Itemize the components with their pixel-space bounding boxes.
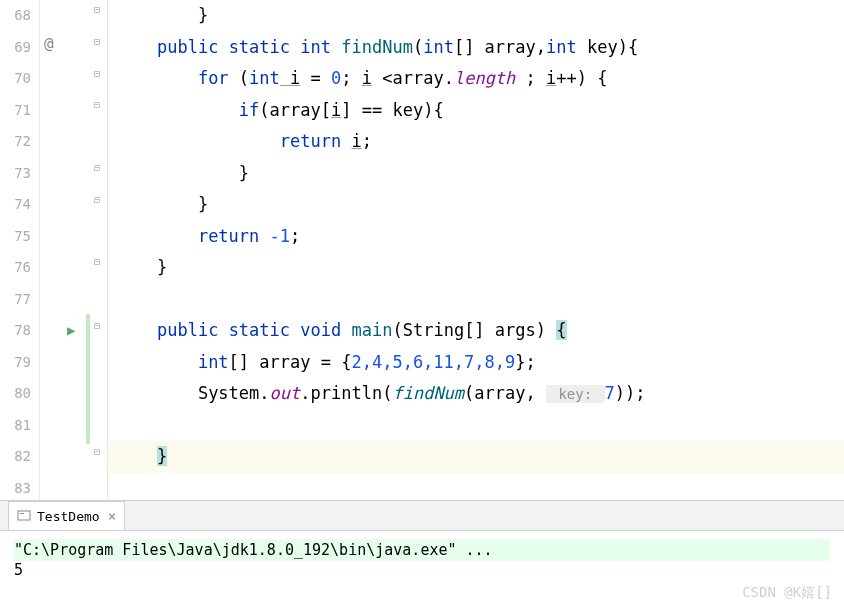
console-tab-testdemo[interactable]: TestDemo × (8, 501, 125, 530)
code-line[interactable]: } (108, 252, 844, 284)
code-line[interactable]: int[] array = {2,4,5,6,11,7,8,9}; (108, 347, 844, 379)
fold-marker-icon[interactable]: ⊟ (94, 68, 100, 79)
svg-rect-1 (20, 513, 24, 514)
code-line[interactable]: } (108, 0, 844, 32)
code-line[interactable]: public static int findNum(int[] array,in… (108, 32, 844, 64)
svg-rect-0 (18, 511, 30, 520)
vcs-change-marker (86, 314, 90, 444)
code-content[interactable]: } public static int findNum(int[] array,… (108, 0, 844, 500)
fold-column: ⊟ ⊟ ⊟ ⊟ ⊟ ⊟ ⊟ ⊟ ⊟ (90, 0, 108, 500)
line-number: 71 (0, 95, 31, 127)
code-editor[interactable]: 68 69 70 71 72 73 74 75 76 77 78 79 80 8… (0, 0, 844, 500)
line-number: 81 (0, 410, 31, 442)
line-number-gutter: 68 69 70 71 72 73 74 75 76 77 78 79 80 8… (0, 0, 40, 500)
code-line[interactable] (108, 410, 844, 442)
fold-marker-icon[interactable]: ⊟ (94, 99, 100, 110)
code-line[interactable]: return -1; (108, 221, 844, 253)
console-tabs: TestDemo × (0, 501, 844, 531)
line-number: 73 (0, 158, 31, 190)
fold-marker-icon[interactable]: ⊟ (94, 194, 100, 205)
fold-marker-icon[interactable]: ⊟ (94, 162, 100, 173)
code-line-current[interactable]: } (108, 441, 844, 473)
code-line[interactable] (108, 473, 844, 501)
fold-marker-icon[interactable]: ⊟ (94, 256, 100, 267)
line-number: 77 (0, 284, 31, 316)
console-result: 5 (14, 561, 830, 579)
code-line[interactable] (108, 284, 844, 316)
line-number: 78 (0, 315, 31, 347)
line-number: 69 (0, 32, 31, 64)
watermark: CSDN @K嬉[] (742, 584, 832, 602)
code-line[interactable]: System.out.println(findNum(array, key: 7… (108, 378, 844, 410)
line-number: 70 (0, 63, 31, 95)
fold-marker-icon[interactable]: ⊟ (94, 36, 100, 47)
close-icon[interactable]: × (108, 508, 116, 524)
console-output[interactable]: "C:\Program Files\Java\jdk1.8.0_192\bin\… (0, 531, 844, 587)
line-number: 72 (0, 126, 31, 158)
line-number: 83 (0, 473, 31, 501)
console-panel: TestDemo × "C:\Program Files\Java\jdk1.8… (0, 500, 844, 608)
fold-marker-icon[interactable]: ⊟ (94, 4, 100, 15)
line-number: 74 (0, 189, 31, 221)
console-command: "C:\Program Files\Java\jdk1.8.0_192\bin\… (14, 539, 830, 561)
line-number: 82 (0, 441, 31, 473)
fold-marker-icon[interactable]: ⊟ (94, 446, 100, 457)
diff-marker-icon: @ (44, 34, 54, 53)
code-line[interactable]: return i; (108, 126, 844, 158)
parameter-hint: key: (546, 385, 605, 403)
fold-marker-icon[interactable]: ⊟ (94, 320, 100, 331)
run-config-icon (17, 509, 31, 523)
line-number: 68 (0, 0, 31, 32)
annotation-column: @ (40, 0, 65, 500)
line-number: 80 (0, 378, 31, 410)
run-icon[interactable]: ▶ (67, 322, 75, 338)
line-number: 76 (0, 252, 31, 284)
code-line[interactable]: public static void main(String[] args) { (108, 315, 844, 347)
code-line[interactable]: } (108, 158, 844, 190)
code-line[interactable]: if(array[i] == key){ (108, 95, 844, 127)
console-tab-label: TestDemo (37, 509, 100, 524)
line-number: 79 (0, 347, 31, 379)
code-line[interactable]: for (int i = 0; i <array.length ; i++) { (108, 63, 844, 95)
code-line[interactable]: } (108, 189, 844, 221)
line-number: 75 (0, 221, 31, 253)
